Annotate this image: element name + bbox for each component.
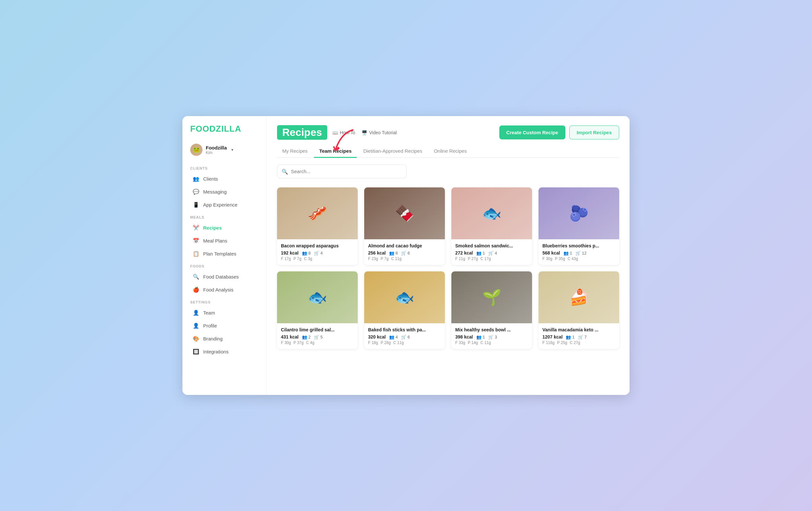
recipe-image: 🍰 <box>539 271 619 323</box>
sidebar-item-messaging[interactable]: 💬 Messaging <box>185 185 264 198</box>
recipe-macros: F 30gP 37gC 4g <box>281 341 354 345</box>
recipe-users: 👥 1 <box>476 334 485 340</box>
users-icon: 👥 <box>563 251 569 255</box>
recipe-kcal: 192 kcal <box>281 250 299 255</box>
recipe-macros: F 11gP 27gC 17g <box>455 257 528 261</box>
recipe-card[interactable]: 🌱Mix healthy seeds bowl ...398 kcal👥 1🛒 … <box>452 271 532 349</box>
recipe-name: Blueberries smoothies p... <box>543 243 615 248</box>
sidebar-item-branding[interactable]: 🎨 Branding <box>185 332 264 345</box>
recipe-name: Vanilla macadamia keto ... <box>543 327 615 332</box>
sidebar-item-recipes[interactable]: ✂️ Recipes <box>185 221 264 234</box>
video-tutorial-link[interactable]: 🖥️ Video Tutorial <box>361 130 397 135</box>
sidebar-item-integrations[interactable]: 🔲 Integrations <box>185 345 264 358</box>
recipe-card[interactable]: 🥓Bacon wrapped asparagus192 kcal👥 8🛒 4F … <box>277 187 358 265</box>
monitor-icon: 🖥️ <box>361 130 367 135</box>
cart-icon: 🛒 <box>488 251 493 255</box>
sidebar-item-app-experience[interactable]: 📱 App Experience <box>185 198 264 211</box>
main-content: Recipes 📖 How-To 🖥️ Video Tutorial Creat… <box>267 116 630 395</box>
recipe-card[interactable]: 🫐Blueberries smoothies p...568 kcal👥 1🛒 … <box>539 187 619 265</box>
sidebar-item-meal-plans[interactable]: 📅 Meal Plans <box>185 235 264 247</box>
cart-icon: 🛒 <box>488 334 493 340</box>
main-header: Recipes 📖 How-To 🖥️ Video Tutorial Creat… <box>277 125 619 140</box>
recipe-cart: 🛒 3 <box>488 334 497 340</box>
users-icon: 👥 <box>389 334 394 340</box>
page-title: Recipes <box>277 125 327 140</box>
recipe-kcal: 272 kcal <box>455 250 473 255</box>
recipe-cart: 🛒 4 <box>488 251 497 255</box>
recipe-name: Smoked salmon sandwic... <box>455 243 528 248</box>
recipe-carbs: C 27g <box>570 341 580 345</box>
recipe-cart: 🛒 4 <box>314 251 323 255</box>
recipes-icon: ✂️ <box>193 225 199 231</box>
recipe-users: 👥 1 <box>566 334 575 340</box>
recipe-image: 🌱 <box>452 271 532 323</box>
tabs-container: My Recipes Team Recipes Dietitian-Approv… <box>277 145 619 158</box>
recipe-protein: P 25g <box>557 341 567 345</box>
recipe-stats-row: 272 kcal👥 1🛒 4 <box>455 250 528 255</box>
tab-team-recipes[interactable]: Team Recipes <box>314 145 357 158</box>
tabs-wrapper: My Recipes Team Recipes Dietitian-Approv… <box>277 145 619 158</box>
recipe-protein: P 37g <box>294 341 303 345</box>
create-custom-recipe-button[interactable]: Create Custom Recipe <box>499 126 566 139</box>
recipe-protein: P 14g <box>468 341 478 345</box>
recipe-carbs: C 43g <box>568 257 578 261</box>
sidebar-item-food-databases[interactable]: 🔍 Food Databases <box>185 270 264 283</box>
users-icon: 👥 <box>302 334 307 340</box>
recipe-card[interactable]: 🐟Baked fish sticks with pa...320 kcal👥 4… <box>364 271 445 349</box>
tab-dietitian-approved[interactable]: Dietitian-Approved Recipes <box>358 145 427 158</box>
tab-online-recipes[interactable]: Online Recipes <box>429 145 472 158</box>
recipe-grid: 🥓Bacon wrapped asparagus192 kcal👥 8🛒 4F … <box>277 187 619 349</box>
recipe-protein: P 28g <box>381 341 391 345</box>
recipe-kcal: 568 kcal <box>543 250 560 255</box>
recipe-carbs: C 4g <box>306 341 314 345</box>
recipe-card[interactable]: 🐟Cilantro lime grilled sal...431 kcal👥 2… <box>277 271 358 349</box>
profile-sub: Kim <box>206 151 227 155</box>
sidebar-item-plan-templates[interactable]: 📋 Plan Templates <box>185 247 264 260</box>
recipe-image: 🐟 <box>452 187 532 239</box>
recipe-macros: F 30gP 35gC 43g <box>543 257 615 261</box>
sidebar-item-label: Profile <box>203 323 217 328</box>
sidebar-item-clients[interactable]: 👥 Clients <box>185 172 264 185</box>
search-input[interactable] <box>277 164 407 178</box>
chevron-down-icon: ▾ <box>231 147 233 152</box>
recipe-card[interactable]: 🐟Smoked salmon sandwic...272 kcal👥 1🛒 4F… <box>452 187 532 265</box>
import-recipes-button[interactable]: Import Recipes <box>569 126 619 139</box>
recipe-card[interactable]: 🍫Almond and cacao fudge256 kcal👥 8🛒 6F 2… <box>364 187 445 265</box>
branding-icon: 🎨 <box>193 335 199 342</box>
recipe-cart: 🛒 6 <box>401 251 410 255</box>
recipe-carbs: C 11g <box>481 341 491 345</box>
recipe-info: Mix healthy seeds bowl ...398 kcal👥 1🛒 3… <box>452 323 532 349</box>
recipe-kcal: 256 kcal <box>368 250 386 255</box>
recipe-macros: F 17gP 7gC 3g <box>281 257 354 261</box>
recipe-stats-row: 431 kcal👥 2🛒 5 <box>281 334 354 340</box>
recipe-kcal: 320 kcal <box>368 334 386 340</box>
profile-dropdown[interactable]: 🐸 Foodzilla Kim ▾ <box>182 140 266 162</box>
recipe-info: Almond and cacao fudge256 kcal👥 8🛒 6F 23… <box>364 239 445 265</box>
meal-plans-icon: 📅 <box>193 238 199 244</box>
sidebar-item-team[interactable]: 👤 Team <box>185 306 264 319</box>
recipe-stats-row: 398 kcal👥 1🛒 3 <box>455 334 528 340</box>
tab-my-recipes[interactable]: My Recipes <box>277 145 313 158</box>
sidebar-section-meals: MEALS <box>182 211 266 221</box>
recipe-card[interactable]: 🍰Vanilla macadamia keto ...1207 kcal👥 1🛒… <box>539 271 619 349</box>
sidebar-section-foods: FOODS <box>182 260 266 270</box>
search-container: 🔍 <box>277 164 407 178</box>
recipe-users: 👥 2 <box>302 334 311 340</box>
recipe-carbs: C 11g <box>391 257 402 261</box>
how-to-link[interactable]: 📖 How-To <box>332 130 355 135</box>
recipe-info: Blueberries smoothies p...568 kcal👥 1🛒 1… <box>539 239 619 265</box>
recipe-fat: F 23g <box>368 257 378 261</box>
recipe-info: Bacon wrapped asparagus192 kcal👥 8🛒 4F 1… <box>277 239 358 265</box>
recipe-macros: F 23gP 7gC 11g <box>368 257 441 261</box>
sidebar-item-food-analysis[interactable]: 🍎 Food Analysis <box>185 284 264 296</box>
recipe-fat: F 30g <box>543 257 552 261</box>
recipe-info: Cilantro lime grilled sal...431 kcal👥 2🛒… <box>277 323 358 349</box>
sidebar-item-profile[interactable]: 👤 Profile <box>185 319 264 332</box>
recipe-protein: P 35g <box>555 257 565 261</box>
recipe-stats-row: 320 kcal👥 4🛒 6 <box>368 334 441 340</box>
recipe-image: 🫐 <box>539 187 619 239</box>
recipe-fat: F 17g <box>281 257 291 261</box>
recipe-stats-row: 256 kcal👥 8🛒 6 <box>368 250 441 255</box>
users-icon: 👥 <box>389 251 394 255</box>
search-icon: 🔍 <box>282 168 288 174</box>
